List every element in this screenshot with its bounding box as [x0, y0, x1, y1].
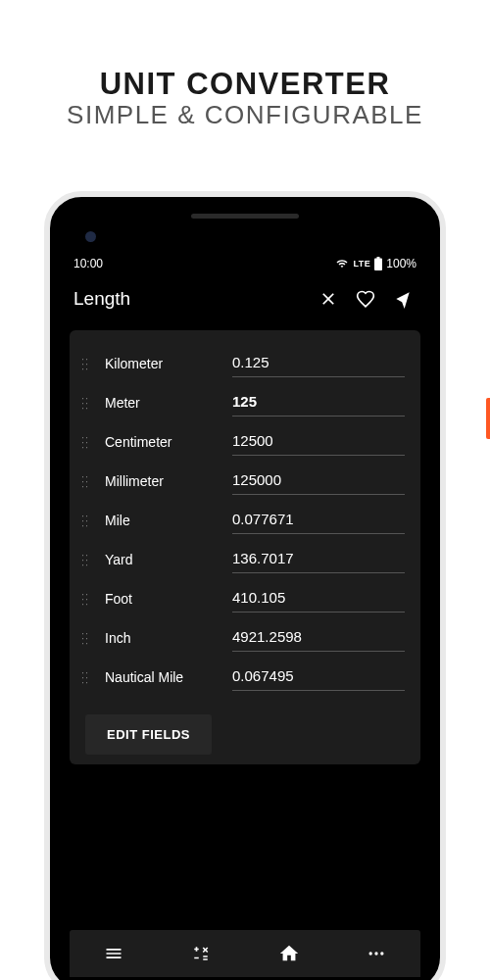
content-area: ······Kilometer0.125······Meter125······…	[62, 322, 428, 930]
svg-point-11	[380, 952, 383, 955]
calculator-icon[interactable]	[158, 945, 246, 962]
home-icon[interactable]	[245, 943, 333, 964]
status-bar: 10:00 LTE 100%	[62, 252, 428, 275]
status-right: LTE 100%	[335, 257, 416, 270]
drag-handle-icon[interactable]: ······	[79, 396, 97, 411]
unit-value-input[interactable]: 136.7017	[232, 546, 405, 573]
unit-label: Mile	[97, 513, 232, 528]
promo-header: UNIT CONVERTER SIMPLE & CONFIGURABLE	[0, 0, 490, 130]
unit-label: Centimeter	[97, 434, 232, 450]
unit-value-input[interactable]: 0.125	[232, 350, 405, 377]
unit-value-input[interactable]: 410.105	[232, 585, 405, 612]
drag-handle-icon[interactable]: ······	[79, 553, 97, 567]
drag-handle-icon[interactable]: ······	[79, 670, 97, 685]
drag-handle-icon[interactable]: ······	[79, 592, 97, 607]
battery-icon	[374, 257, 382, 270]
unit-row: ······Nautical Mile0.067495	[79, 658, 411, 697]
unit-value-input[interactable]: 4921.2598	[232, 624, 405, 652]
unit-row: ······Kilometer0.125	[79, 344, 411, 383]
unit-row: ······Yard136.7017	[79, 540, 411, 579]
app-title: Length	[72, 288, 318, 310]
unit-label: Kilometer	[97, 356, 232, 371]
drag-handle-icon[interactable]: ······	[79, 514, 97, 528]
phone-frame: 10:00 LTE 100% Length	[44, 191, 446, 980]
unit-label: Meter	[97, 395, 232, 411]
promo-subtitle: SIMPLE & CONFIGURABLE	[0, 100, 490, 130]
wifi-icon	[335, 258, 349, 270]
status-time: 10:00	[74, 257, 103, 270]
unit-row: ······Inch4921.2598	[79, 618, 411, 658]
battery-label: 100%	[386, 257, 416, 270]
bottom-nav	[70, 930, 420, 977]
edit-fields-button[interactable]: EDIT FIELDS	[85, 714, 212, 755]
promo-title: UNIT CONVERTER	[0, 67, 490, 102]
favorite-icon[interactable]	[356, 289, 375, 309]
unit-label: Nautical Mile	[97, 669, 232, 685]
unit-value-input[interactable]: 0.067495	[232, 663, 405, 691]
unit-label: Foot	[97, 591, 232, 607]
drag-handle-icon[interactable]: ······	[79, 474, 97, 489]
screen: 10:00 LTE 100% Length	[62, 252, 428, 977]
network-label: LTE	[353, 259, 370, 269]
share-icon[interactable]	[393, 289, 413, 309]
unit-row: ······Mile0.077671	[79, 501, 411, 540]
unit-value-input[interactable]: 125	[232, 389, 405, 416]
unit-label: Millimeter	[97, 473, 232, 489]
more-icon[interactable]	[333, 944, 421, 963]
menu-icon[interactable]	[70, 944, 158, 963]
unit-value-input[interactable]: 12500	[232, 428, 405, 456]
units-panel: ······Kilometer0.125······Meter125······…	[70, 330, 420, 764]
unit-row: ······Millimeter125000	[79, 462, 411, 501]
unit-value-input[interactable]: 0.077671	[232, 507, 405, 534]
app-bar: Length	[62, 275, 428, 322]
phone-camera	[85, 231, 96, 242]
side-accent-indicator	[486, 398, 490, 439]
unit-row: ······Centimeter12500	[79, 422, 411, 462]
unit-label: Yard	[97, 552, 232, 567]
app-bar-actions	[318, 289, 418, 309]
close-icon[interactable]	[318, 289, 338, 309]
unit-row: ······Foot410.105	[79, 579, 411, 618]
unit-row: ······Meter125	[79, 383, 411, 422]
unit-value-input[interactable]: 125000	[232, 467, 405, 495]
phone-speaker	[191, 214, 299, 219]
svg-rect-1	[377, 257, 380, 259]
unit-label: Inch	[97, 630, 232, 646]
drag-handle-icon[interactable]: ······	[79, 631, 97, 646]
drag-handle-icon[interactable]: ······	[79, 435, 97, 450]
svg-rect-0	[374, 259, 382, 271]
svg-point-10	[375, 952, 378, 955]
svg-point-9	[369, 952, 372, 955]
drag-handle-icon[interactable]: ······	[79, 357, 97, 371]
